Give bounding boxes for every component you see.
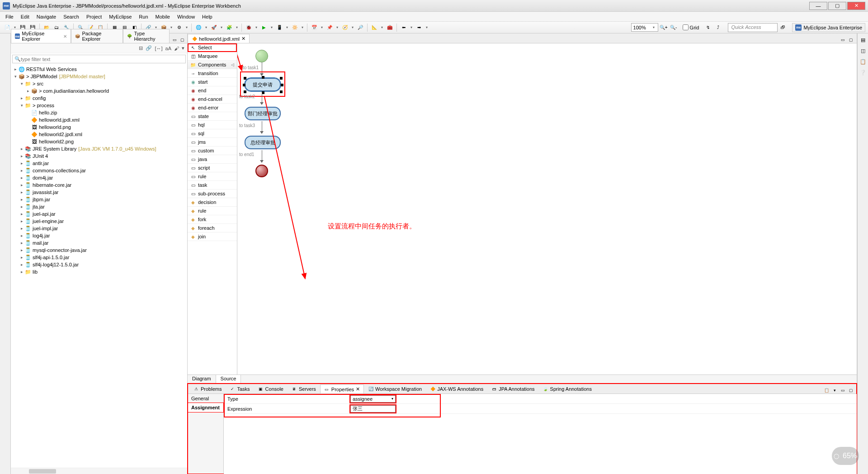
tree-item[interactable]: 📄hello.zip [11, 109, 187, 116]
tree-item[interactable]: ▸🫙juel-impl.jar [11, 225, 187, 232]
palette-item-sql[interactable]: ▭sql [188, 129, 237, 138]
tool-btn[interactable]: ↯ [703, 23, 712, 32]
tool-btn[interactable]: 🚀 [209, 23, 218, 32]
filter-input[interactable] [21, 57, 184, 62]
dropdown-icon[interactable]: ▾ [425, 25, 429, 29]
collapse-all-icon[interactable]: ⊟ [139, 45, 143, 51]
palette-item-fork[interactable]: ◆fork [188, 215, 237, 224]
collapse-icon[interactable]: ◁ [231, 62, 234, 67]
dropdown-icon[interactable]: ▾ [300, 25, 305, 29]
palette-item-jms[interactable]: ▭jms [188, 138, 237, 147]
tree-item[interactable]: ▸🫙log4j.jar [11, 232, 187, 239]
palette-item-sub-process[interactable]: ▭sub-process [188, 190, 237, 198]
palette-item-decision[interactable]: ◆decision [188, 198, 237, 207]
filter-box[interactable]: 🔍 [12, 55, 186, 63]
resize-handle[interactable] [281, 84, 283, 86]
tree-item[interactable]: ▸🫙commons-collections.jar [11, 167, 187, 174]
menu-navigate[interactable]: Navigate [33, 13, 60, 20]
back-button[interactable]: ⬅ [399, 23, 408, 32]
end-node[interactable] [255, 165, 268, 177]
bottom-tab-jax-ws-annotations[interactable]: 🔶JAX-WS Annotations [426, 384, 487, 393]
quick-access-input[interactable]: Quick Access [728, 23, 778, 32]
tool-btn[interactable]: ⤴ [713, 23, 722, 32]
forward-button[interactable]: ➡ [415, 23, 424, 32]
menu-window[interactable]: Window [174, 13, 198, 20]
tool-btn[interactable]: 🔆 [290, 23, 299, 32]
tool-btn[interactable]: 📌 [325, 23, 334, 32]
tree-item[interactable]: ▸🫙juel-engine.jar [11, 218, 187, 225]
twisty-icon[interactable]: ▸ [19, 204, 24, 209]
perspective-button[interactable]: me MyEclipse Java Enterprise [792, 23, 865, 32]
zoom-out-button[interactable]: 🔍- [669, 23, 678, 32]
dropdown-icon[interactable]: ▾ [335, 25, 340, 29]
maximize-editor-button[interactable]: ▢ [848, 37, 854, 43]
new-button[interactable]: 📄 [3, 23, 12, 32]
pin-icon[interactable]: ▾ [831, 387, 838, 393]
view-menu-icon[interactable]: ▾ [182, 45, 184, 51]
tool-btn[interactable]: 🧰 [385, 23, 394, 32]
palette-item-end-cancel[interactable]: ◉end-cancel [188, 95, 237, 104]
twisty-icon[interactable]: ▸ [19, 212, 24, 216]
properties-tab-assignment[interactable]: Assignment [188, 403, 223, 412]
palette-item-select[interactable]: ↖Select [188, 43, 237, 52]
grid-checkbox[interactable]: Grid [683, 24, 699, 30]
bottom-tab-jpa-annotations[interactable]: 🗃JPA Annotations [487, 384, 538, 393]
twisty-icon[interactable]: ▾ [19, 81, 24, 86]
tool-btn[interactable]: 🔎 [356, 23, 365, 32]
palette-item-components[interactable]: 📁Components◁ [188, 61, 237, 69]
twisty-icon[interactable]: ▸ [19, 161, 24, 166]
dropdown-icon[interactable]: ▾ [409, 25, 414, 29]
palette-item-hql[interactable]: ▭hql [188, 121, 237, 129]
tree-item[interactable]: 🔶helloworld.jpdl.xml [11, 116, 187, 123]
bottom-tab-servers[interactable]: 🖥Servers [288, 384, 320, 393]
diagram-tab[interactable]: Diagram [188, 375, 216, 384]
twisty-icon[interactable]: ▸ [19, 248, 24, 252]
palette-item-java[interactable]: ▭java [188, 155, 237, 164]
cheatsheet-icon[interactable]: 📋 [859, 58, 867, 65]
twisty-icon[interactable]: ▸ [25, 89, 31, 93]
outline-icon[interactable]: ▤ [859, 36, 867, 43]
tree-item[interactable]: 🖼helloworld2.png [11, 138, 187, 145]
dropdown-icon[interactable]: ▾ [269, 25, 274, 29]
start-node[interactable] [255, 50, 268, 62]
palette-item-transition[interactable]: →transition [188, 69, 237, 78]
palette-item-end-error[interactable]: ◉end-error [188, 104, 237, 112]
zoom-input[interactable] [633, 25, 651, 30]
run-button[interactable]: ▶ [259, 23, 269, 32]
resize-handle[interactable] [262, 76, 264, 79]
twisty-icon[interactable]: ▸ [19, 197, 24, 202]
twisty-icon[interactable]: ▸ [19, 168, 24, 173]
tab-type-hierarchy[interactable]: 🌳 Type Hierarchy [123, 29, 170, 43]
bottom-tab-workspace-migration[interactable]: 🔄Workspace Migration [364, 384, 426, 393]
close-icon[interactable]: ✕ [356, 386, 360, 392]
tree-item[interactable]: ▸📁lib [11, 268, 187, 275]
menu-search[interactable]: Search [60, 13, 83, 20]
tree-item[interactable]: ▸🫙juel-api.jar [11, 210, 187, 218]
tool-btn[interactable]: 🌐 [194, 23, 203, 32]
properties-tab-general[interactable]: General [188, 394, 223, 403]
palette-item-marquee[interactable]: ◫Marquee [188, 52, 237, 61]
dropdown-icon[interactable]: ▾ [285, 25, 289, 29]
grid-checkbox-input[interactable] [683, 24, 689, 30]
expression-input[interactable] [350, 405, 396, 412]
tab-myeclipse-explorer[interactable]: me MyEclipse Explorer ✕ [11, 29, 71, 43]
source-tab[interactable]: Source [216, 375, 241, 384]
filter-icon[interactable]: aA [165, 46, 171, 51]
close-icon[interactable]: ✕ [63, 34, 67, 39]
tree-item[interactable]: ▸📦> com.jiudianlianxian.helloworld [11, 87, 187, 95]
maximize-button[interactable]: ▢ [828, 2, 846, 10]
dropdown-icon[interactable]: ▾ [392, 397, 393, 401]
dropdown-icon[interactable]: ▾ [204, 25, 208, 29]
help-icon[interactable]: ❔ [859, 69, 867, 76]
palette-item-join[interactable]: ◆join [188, 232, 237, 241]
tree-item[interactable]: ▸🫙slf4j-api-1.5.0.jar [11, 254, 187, 261]
palette-item-task[interactable]: ▭task [188, 181, 237, 190]
tool-btn[interactable]: 📅 [310, 23, 319, 32]
tree-item[interactable]: ▸🫙javassist.jar [11, 189, 187, 196]
tree-item[interactable]: ▸📚JUnit 4 [11, 152, 187, 160]
resize-handle[interactable] [243, 84, 245, 86]
minimap-icon[interactable]: ◫ [859, 47, 867, 54]
tool-btn[interactable]: ⚙ [175, 23, 184, 32]
twisty-icon[interactable]: ▸ [19, 262, 24, 267]
menu-run[interactable]: Run [135, 13, 151, 20]
